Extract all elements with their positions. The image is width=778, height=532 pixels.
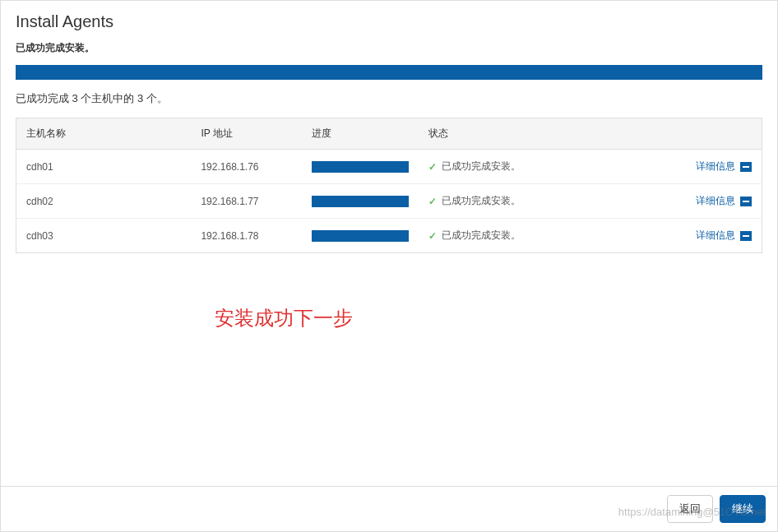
progress-cell (302, 219, 419, 253)
hostname-cell: cdh03 (16, 219, 192, 253)
hostname-cell: cdh02 (16, 184, 192, 219)
hosts-table: 主机名称 IP 地址 进度 状态 cdh01 192.168.1.76 ✓ 已成… (16, 118, 762, 253)
table-row: cdh03 192.168.1.78 ✓ 已成功完成安装。 详细信息 (16, 219, 762, 253)
row-progress-bar (312, 230, 409, 242)
annotation-text: 安装成功下一步 (215, 305, 353, 331)
status-cell: ✓ 已成功完成安装。 (419, 184, 637, 219)
details-box-icon (740, 162, 752, 172)
details-box-icon (740, 197, 752, 206)
table-row: cdh01 192.168.1.76 ✓ 已成功完成安装。 详细信息 (16, 150, 762, 184)
progress-cell (302, 184, 419, 219)
overall-progress-bar (16, 65, 762, 80)
status-text: 已成功完成安装。 (442, 229, 521, 243)
table-header-row: 主机名称 IP 地址 进度 状态 (16, 118, 762, 150)
ip-cell: 192.168.1.77 (191, 184, 302, 219)
details-label: 详细信息 (696, 194, 735, 208)
continue-button[interactable]: 继续 (720, 495, 766, 523)
table-row: cdh02 192.168.1.77 ✓ 已成功完成安装。 详细信息 (16, 184, 762, 219)
status-text: 已成功完成安装。 (442, 160, 521, 173)
check-icon: ✓ (428, 230, 437, 242)
details-link[interactable]: 详细信息 (696, 160, 752, 173)
hostname-cell: cdh01 (16, 150, 192, 184)
status-cell: ✓ 已成功完成安装。 (419, 219, 637, 253)
details-label: 详细信息 (696, 229, 735, 243)
check-icon: ✓ (428, 161, 437, 173)
col-header-ip: IP 地址 (191, 118, 302, 150)
col-header-details (637, 118, 762, 150)
ip-cell: 192.168.1.78 (191, 219, 302, 253)
install-success-message: 已成功完成安装。 (16, 41, 762, 55)
details-box-icon (740, 231, 752, 241)
details-label: 详细信息 (696, 160, 735, 173)
summary-text: 已成功完成 3 个主机中的 3 个。 (16, 91, 762, 106)
check-icon: ✓ (428, 196, 437, 207)
col-header-hostname: 主机名称 (16, 118, 192, 150)
status-text: 已成功完成安装。 (442, 194, 521, 208)
col-header-progress: 进度 (302, 118, 419, 150)
details-link[interactable]: 详细信息 (696, 194, 752, 208)
ip-cell: 192.168.1.76 (191, 150, 302, 184)
col-header-status: 状态 (419, 118, 637, 150)
row-progress-bar (312, 196, 409, 207)
details-link[interactable]: 详细信息 (696, 229, 752, 243)
row-progress-bar (312, 161, 409, 173)
status-cell: ✓ 已成功完成安装。 (419, 150, 637, 184)
progress-cell (302, 150, 419, 184)
back-button[interactable]: 返回 (667, 495, 713, 523)
footer-bar: 返回 继续 (1, 486, 777, 531)
page-title: Install Agents (16, 12, 762, 31)
